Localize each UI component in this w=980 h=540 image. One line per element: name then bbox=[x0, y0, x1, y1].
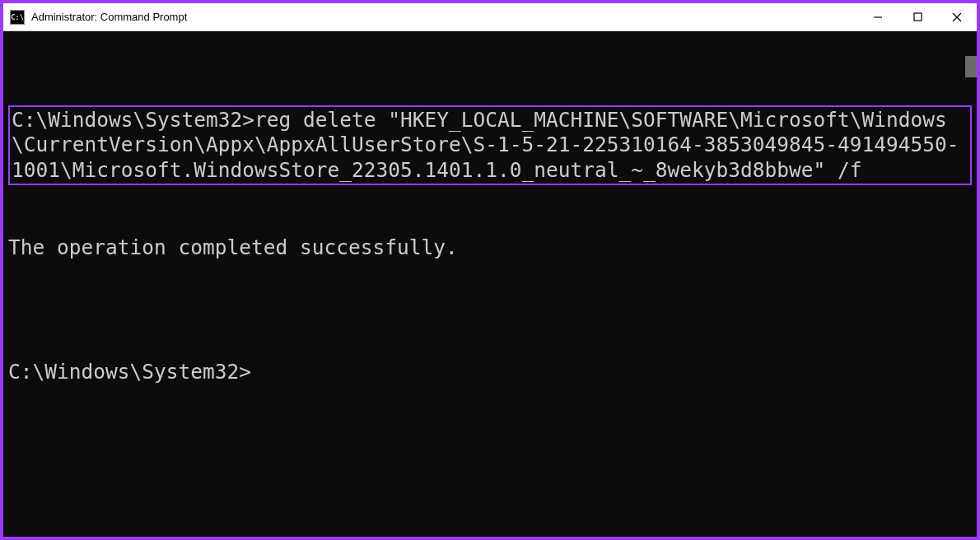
window-controls bbox=[858, 3, 977, 30]
minimize-icon bbox=[873, 12, 883, 22]
cmd-icon: C:\ bbox=[10, 10, 25, 25]
window-title: Administrator: Command Prompt bbox=[31, 11, 187, 23]
prompt-1: C:\Windows\System32> bbox=[12, 108, 254, 132]
close-button[interactable] bbox=[937, 3, 977, 30]
title-bar[interactable]: C:\ Administrator: Command Prompt bbox=[3, 3, 977, 31]
prompt-2: C:\Windows\System32> bbox=[8, 360, 972, 384]
close-icon bbox=[952, 12, 962, 22]
result-text: The operation completed successfully. bbox=[8, 235, 972, 260]
minimize-button[interactable] bbox=[858, 3, 898, 30]
svg-rect-1 bbox=[914, 13, 922, 21]
terminal-output: C:\Windows\System32>reg delete "HKEY_LOC… bbox=[7, 56, 973, 434]
scrollbar-thumb[interactable] bbox=[965, 56, 977, 77]
maximize-button[interactable] bbox=[898, 3, 937, 30]
terminal-area[interactable]: C:\Windows\System32>reg delete "HKEY_LOC… bbox=[3, 31, 977, 537]
maximize-icon bbox=[913, 12, 922, 21]
highlighted-command: C:\Windows\System32>reg delete "HKEY_LOC… bbox=[8, 105, 972, 184]
window-frame: C:\ Administrator: Command Prompt bbox=[0, 0, 980, 540]
